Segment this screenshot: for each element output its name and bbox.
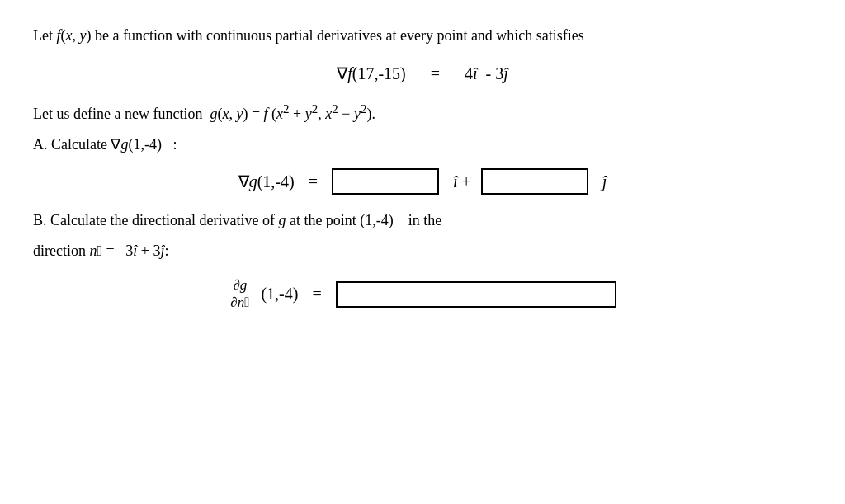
intro-paragraph: Let f(x, y) be a function with continuou… bbox=[33, 25, 812, 47]
define-function-paragraph: Let us define a new function g(x, y) = f… bbox=[33, 100, 812, 125]
partial-equals: = bbox=[308, 285, 325, 304]
partial-derivative-equation: ∂g ∂n⃗ (1,-4) = bbox=[33, 277, 812, 312]
gradient-equation: ∇f(17,-15) = 4î - 3ĵ bbox=[33, 64, 812, 83]
gradient-g-lhs: ∇g(1,-4) bbox=[238, 172, 295, 191]
gradient-g-equation: ∇g(1,-4) = î + ĵ bbox=[33, 168, 812, 195]
section-b-line2: direction n⃗ = 3î + 3ĵ: bbox=[33, 240, 812, 262]
main-content: Let f(x, y) be a function with continuou… bbox=[33, 25, 812, 312]
equals-sign: = bbox=[422, 64, 448, 83]
gradient-i-input[interactable] bbox=[332, 168, 439, 195]
partial-fraction: ∂g ∂n⃗ bbox=[229, 277, 251, 312]
partial-numerator: ∂g bbox=[231, 277, 248, 294]
partial-point: (1,-4) bbox=[261, 285, 298, 304]
gradient-g-equals: = bbox=[304, 172, 322, 191]
section-a-label: A. Calculate ∇g(1,-4) : bbox=[33, 135, 812, 153]
section-b-line1: B. Calculate the directional derivative … bbox=[33, 210, 812, 232]
partial-answer-input[interactable] bbox=[336, 281, 616, 308]
jhat-label: ĵ bbox=[598, 172, 607, 191]
gradient-lhs: ∇f(17,-15) bbox=[337, 64, 406, 83]
gradient-rhs: 4î - 3ĵ bbox=[465, 64, 508, 83]
partial-denominator: ∂n⃗ bbox=[229, 294, 251, 311]
ihat-label: î + bbox=[449, 172, 471, 191]
gradient-j-input[interactable] bbox=[481, 168, 588, 195]
